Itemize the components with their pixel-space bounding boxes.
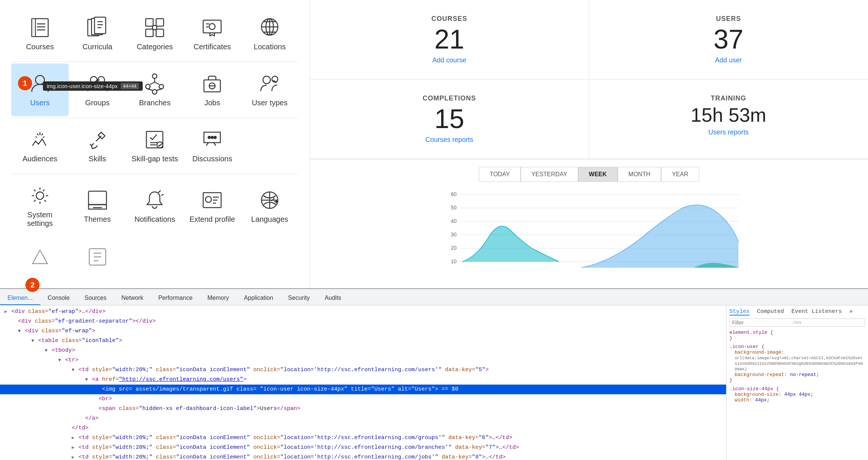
- badge-2: 2: [25, 278, 40, 292]
- icon-cell-system-settings[interactable]: System settings: [11, 175, 69, 237]
- add-user-link[interactable]: Add user: [715, 56, 742, 64]
- devtools-tab-network[interactable]: Network: [114, 292, 151, 305]
- devtools-tab-application[interactable]: Application: [236, 292, 280, 305]
- svg-text:50: 50: [451, 205, 457, 211]
- code-line-7[interactable]: ▼ <td style="width:20%;" class="iconData…: [0, 365, 726, 375]
- code-line-15[interactable]: ▶ <td style="width:20%;" class="iconData…: [0, 443, 726, 453]
- btn-year[interactable]: YEAR: [661, 167, 699, 182]
- icon-cell-discussions[interactable]: Discussions: [183, 119, 241, 172]
- icon-cell-notifications[interactable]: Notifications: [126, 175, 184, 237]
- branches-label: Branches: [139, 99, 171, 107]
- languages-label: Languages: [251, 215, 288, 224]
- curricula-label: Curricula: [83, 43, 112, 51]
- icon-cell-curricula[interactable]: Curricula: [69, 7, 126, 60]
- inspector-tooltip: img.icon-user.icon-size-44px 44×44: [43, 81, 143, 91]
- devtools-tab-audits[interactable]: Audits: [317, 292, 348, 305]
- code-line-8[interactable]: ▼ <a href="http://ssc.efrontlearning.com…: [0, 375, 726, 385]
- btn-month[interactable]: MONTH: [618, 167, 661, 182]
- svg-rect-7: [146, 29, 153, 37]
- code-line-13[interactable]: </td>: [0, 423, 726, 433]
- svg-point-20: [152, 90, 157, 94]
- svg-point-23: [263, 76, 270, 84]
- icon-placeholder-3[interactable]: [69, 237, 126, 281]
- filter-box[interactable]: :hov: [729, 318, 865, 327]
- stat-courses-label: COURSES: [329, 15, 570, 23]
- icon-cell-jobs[interactable]: Jobs: [183, 63, 241, 116]
- courses-reports-link[interactable]: Courses reports: [425, 136, 473, 143]
- groups-label: Groups: [85, 99, 110, 107]
- icon-cell-audiences[interactable]: Audiences: [11, 119, 69, 172]
- certificates-label: Certificates: [193, 43, 231, 51]
- stat-training-label: TRAINING: [608, 94, 849, 102]
- btn-yesterday[interactable]: YESTERDAY: [521, 167, 578, 182]
- categories-label: Categories: [137, 43, 173, 51]
- filter-input[interactable]: [732, 320, 792, 326]
- users-reports-link[interactable]: Users reports: [708, 128, 748, 136]
- code-line-12[interactable]: </a>: [0, 414, 726, 423]
- icon-cell-skill-gap-tests[interactable]: Skill-gap tests: [126, 119, 184, 172]
- icon-placeholder-2[interactable]: [11, 237, 69, 281]
- event-listeners-tab[interactable]: Event Listeners: [791, 308, 842, 316]
- divider-3: [11, 174, 298, 174]
- more-tabs[interactable]: »: [849, 308, 853, 316]
- stat-courses-value: 21: [329, 26, 570, 53]
- stats-panel: COURSES 21 Add course USERS 37 Add user …: [310, 0, 868, 288]
- code-line-1[interactable]: ▶ <div class="ef-wrap">…</div>: [0, 307, 726, 317]
- code-line-6[interactable]: ▼ <tr>: [0, 355, 726, 365]
- icon-cell-themes[interactable]: Themes: [69, 175, 126, 237]
- svg-point-18: [146, 84, 150, 89]
- devtools-tab-memory[interactable]: Memory: [200, 292, 236, 305]
- btn-week[interactable]: WEEK: [578, 167, 618, 182]
- notifications-label: Notifications: [134, 215, 175, 224]
- time-buttons: TODAY YESTERDAY WEEK MONTH YEAR: [321, 167, 857, 182]
- svg-rect-10: [203, 20, 221, 33]
- stat-users-label: USERS: [608, 15, 849, 23]
- stat-completions-value: 15: [329, 105, 570, 132]
- discussions-label: Discussions: [192, 155, 232, 163]
- btn-today[interactable]: TODAY: [479, 167, 521, 182]
- icon-cell-certificates[interactable]: Certificates: [183, 7, 241, 60]
- user-types-label: User types: [252, 99, 288, 107]
- devtools-panel: Elemen... Console Sources Network Perfor…: [0, 288, 868, 460]
- devtools-tab-security[interactable]: Security: [280, 292, 317, 305]
- badge-1: 1: [18, 76, 32, 90]
- styles-panel-tabs: Styles Computed Event Listeners »: [729, 308, 865, 316]
- icon-cell-categories[interactable]: Categories: [126, 7, 184, 60]
- devtools-tab-performance[interactable]: Performance: [151, 292, 200, 305]
- devtools-tab-elements[interactable]: Elemen...: [0, 292, 40, 305]
- svg-point-27: [208, 136, 210, 139]
- devtools-tab-sources[interactable]: Sources: [77, 292, 114, 305]
- system-settings-label: System settings: [15, 211, 65, 228]
- code-line-10[interactable]: <br>: [0, 394, 726, 404]
- svg-point-19: [159, 84, 164, 89]
- icon-cell-extend-profile[interactable]: Extend profile: [183, 175, 241, 237]
- add-course-link[interactable]: Add course: [432, 56, 466, 64]
- code-line-5[interactable]: ▼ <tbody>: [0, 346, 726, 355]
- devtools-body: ▶ <div class="ef-wrap">…</div> <div clas…: [0, 305, 868, 460]
- code-line-14[interactable]: ▶ <td style="width:20%;" class="iconData…: [0, 433, 726, 443]
- svg-rect-6: [156, 19, 164, 26]
- icon-cell-skills[interactable]: Skills: [69, 119, 126, 172]
- code-line-16[interactable]: ▶ <td style="width:20%;" class="iconData…: [0, 453, 726, 460]
- code-line-4[interactable]: ▼ <table class="iconTable">: [0, 336, 726, 346]
- svg-point-17: [152, 74, 157, 78]
- code-line-9[interactable]: <img src= assets/images/transparent.gif …: [0, 385, 726, 394]
- code-line-3[interactable]: ▼ <div class="ef-wrap">: [0, 326, 726, 336]
- tooltip-badge: 44×44: [121, 83, 139, 89]
- code-line-2[interactable]: <div class="ef-gradient-separator"></div…: [0, 317, 726, 326]
- courses-label: Courses: [26, 43, 54, 51]
- devtools-tab-console[interactable]: Console: [40, 292, 77, 305]
- code-line-11[interactable]: <span class="hidden-xs ef-dashboard-icon…: [0, 404, 726, 414]
- style-rule-element: element.style { }: [729, 330, 865, 341]
- svg-point-29: [214, 136, 216, 139]
- svg-text:30: 30: [451, 231, 457, 237]
- icon-cell-user-types[interactable]: User types: [241, 63, 298, 116]
- computed-tab[interactable]: Computed: [757, 308, 784, 316]
- icon-cell-courses[interactable]: Courses: [11, 7, 69, 60]
- stat-training: TRAINING 15h 53m Users reports: [589, 80, 868, 159]
- icon-cell-locations[interactable]: Locations: [241, 7, 298, 60]
- icon-grid-row1: Courses Curricula: [11, 7, 298, 60]
- styles-tab[interactable]: Styles: [729, 308, 750, 316]
- icon-cell-languages[interactable]: Languages: [241, 175, 298, 237]
- svg-rect-8: [156, 29, 164, 37]
